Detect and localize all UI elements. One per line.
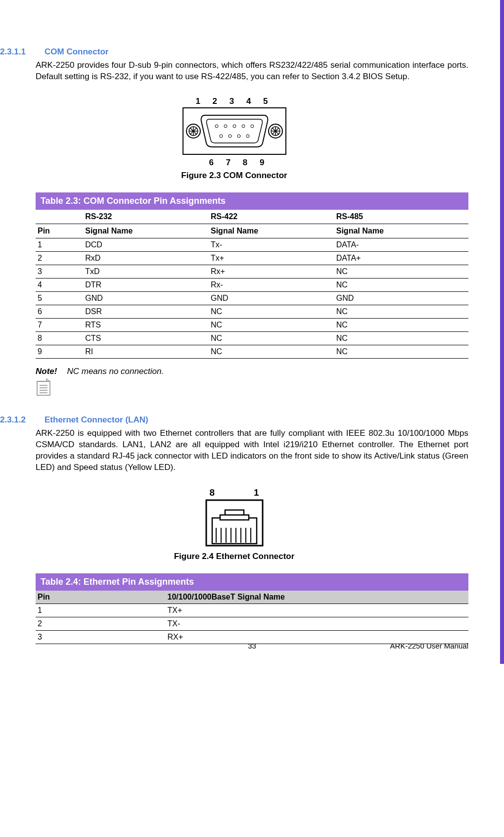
table-row: 1DCDTx-DATA- — [36, 238, 468, 251]
table-row: 2RxDTx+DATA+ — [36, 251, 468, 265]
ethernet-pin-table: Pin 10/100/1000BaseT Signal Name 1TX+2TX… — [36, 591, 468, 644]
side-stripe — [500, 0, 504, 664]
svg-point-19 — [229, 135, 231, 138]
table-row: 8CTSNCNC — [36, 331, 468, 345]
table-title: Table 2.3: COM Connector Pin Assignments — [36, 192, 468, 210]
table-row: 4DTRRx-NC — [36, 278, 468, 291]
section-number: 2.3.1.2 — [0, 415, 36, 425]
svg-rect-22 — [37, 381, 50, 395]
table-mode-row: RS-232 RS-422 RS-485 — [36, 210, 468, 224]
note-row: Note! NC means no connection. — [36, 367, 468, 376]
note-label: Note! — [36, 367, 57, 376]
table-row: 7RTSNCNC — [36, 318, 468, 331]
table-row: 3TxDRx+NC — [36, 265, 468, 278]
svg-rect-31 — [220, 515, 249, 520]
table-com-pins: Table 2.3: COM Connector Pin Assignments… — [36, 192, 468, 359]
svg-point-15 — [233, 125, 236, 128]
doc-title: ARK-2250 User Manual — [390, 642, 468, 650]
com-pin-table: RS-232 RS-422 RS-485 Pin Signal Name Sig… — [36, 210, 468, 359]
page-content: 2.3.1.1 COM Connector ARK-2250 provides … — [0, 0, 504, 664]
table-row: 5GNDGNDGND — [36, 291, 468, 305]
svg-point-14 — [224, 125, 227, 128]
figure-ethernet: 8 1 — [0, 487, 468, 561]
table-row: 1TX+ — [36, 604, 468, 617]
table-row: 9RINCNC — [36, 345, 468, 358]
section-body: ARK-2250 is equipped with two Ethernet c… — [36, 428, 468, 473]
com-top-labels: 1 2 3 4 5 — [183, 96, 286, 106]
com-connector-diagram — [183, 107, 286, 155]
page-footer: 33 ARK-2250 User Manual — [0, 642, 504, 650]
section-body: ARK-2250 provides four D-sub 9-pin conne… — [36, 60, 468, 83]
table-title: Table 2.4: Ethernet Pin Assignments — [36, 573, 468, 591]
section-ethernet: 2.3.1.2 Ethernet Connector (LAN) ARK-225… — [0, 415, 468, 473]
svg-rect-29 — [212, 518, 257, 544]
table-header-row: Pin Signal Name Signal Name Signal Name — [36, 224, 468, 238]
table-header-row: Pin 10/100/1000BaseT Signal Name — [36, 591, 468, 604]
rj45-label-right: 1 — [254, 487, 259, 498]
table-ethernet-pins: Table 2.4: Ethernet Pin Assignments Pin … — [36, 573, 468, 644]
section-title: Ethernet Connector (LAN) — [45, 415, 148, 425]
svg-point-20 — [237, 135, 240, 138]
section-number: 2.3.1.1 — [0, 47, 36, 57]
section-title: COM Connector — [45, 47, 108, 57]
table-row: 2TX- — [36, 617, 468, 630]
table-row: 6DSRNCNC — [36, 305, 468, 318]
svg-marker-23 — [37, 378, 50, 381]
figure-com-connector: 1 2 3 4 5 — [0, 96, 468, 181]
svg-point-17 — [251, 125, 254, 128]
note-icon — [36, 378, 468, 398]
figure-caption: Figure 2.3 COM Connector — [0, 171, 468, 181]
svg-point-13 — [215, 125, 218, 128]
rj45-diagram — [205, 499, 264, 547]
note-text: NC means no connection. — [67, 367, 164, 376]
rj45-label-left: 8 — [210, 487, 215, 498]
figure-caption: Figure 2.4 Ethernet Connector — [0, 552, 468, 561]
com-bottom-labels: 6 7 8 9 — [192, 158, 286, 168]
section-com-connector: 2.3.1.1 COM Connector ARK-2250 provides … — [0, 47, 468, 83]
svg-point-18 — [220, 135, 223, 138]
svg-point-16 — [242, 125, 245, 128]
svg-point-21 — [246, 135, 249, 138]
